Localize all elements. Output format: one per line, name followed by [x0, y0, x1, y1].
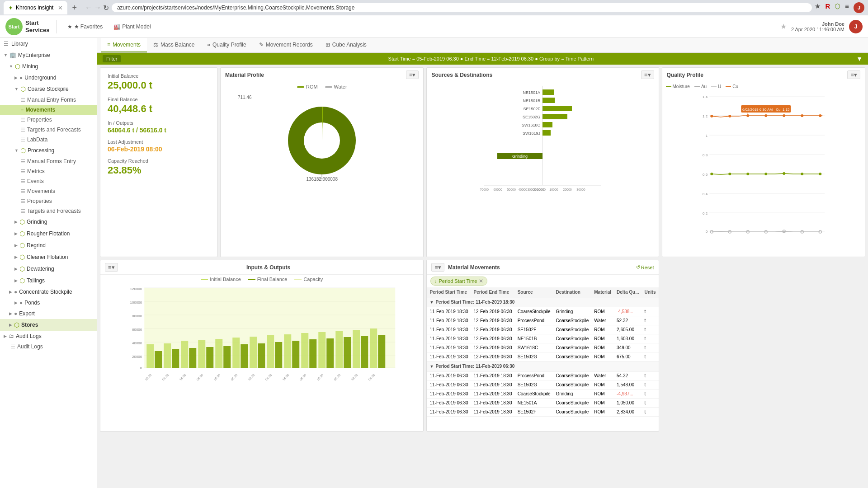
plant-model-nav[interactable]: 🏭 Plant Model — [109, 22, 155, 32]
sidebar-item-labdata[interactable]: ☰ LabData — [0, 135, 97, 145]
reset-button[interactable]: ↺ Reset — [636, 264, 654, 270]
extension-icon2[interactable]: ⬡ — [835, 2, 840, 13]
io-legend: Initial Balance Final Balance Capacity — [100, 275, 423, 284]
extension-icon1[interactable]: R — [825, 2, 830, 13]
io-menu[interactable]: ≡▾ — [105, 263, 118, 272]
svg-text:06-Feb 18:30: 06-Feb 18:30 — [171, 373, 186, 380]
tab-mass-balance[interactable]: ⚖ Mass Balance — [147, 38, 201, 52]
arrow-right3: ▶ — [14, 231, 18, 236]
sidebar-item-export[interactable]: ▶ ● Export — [0, 308, 97, 319]
user-avatar-header[interactable]: J — [849, 20, 863, 33]
table-row[interactable]: 11-Feb-2019 06:3011-Feb-2019 18:30NE1501… — [427, 399, 658, 408]
sidebar-item-properties2[interactable]: ☰ Properties — [0, 196, 97, 206]
table-row[interactable]: 11-Feb-2019 06:3011-Feb-2019 18:30Coarse… — [427, 389, 658, 399]
sidebar-item-stores[interactable]: ▶ ⬡ Stores — [0, 319, 97, 331]
last-adjustment-block: Last Adjustment 06-Feb-2019 08:00 — [108, 139, 210, 153]
svg-rect-92 — [189, 348, 196, 368]
sidebar-item-cleaner-flotation[interactable]: ▶ ⬡ Cleaner Flotation — [0, 251, 97, 263]
sidebar-item-dewatering[interactable]: ▶ ⬡ Dewatering — [0, 263, 97, 275]
sidebar-item-movements[interactable]: ≡ Movements — [0, 105, 97, 115]
table-row[interactable]: 11-Feb-2019 18:3012-Feb-2019 06:30SE1502… — [427, 352, 658, 361]
col-material[interactable]: Material — [591, 287, 614, 297]
table-row[interactable]: 11-Feb-2019 18:3012-Feb-2019 06:30NE1501… — [427, 334, 658, 343]
forward-button[interactable]: → — [94, 4, 101, 12]
sidebar-item-grinding[interactable]: ▶ ⬡ Grinding — [0, 216, 97, 228]
svg-rect-88 — [155, 351, 162, 368]
sidebar-item-concentrate[interactable]: ▶ ● Concentrate Stockpile — [0, 286, 97, 297]
sort-close-icon[interactable]: ✕ — [479, 278, 483, 284]
back-button[interactable]: ← — [85, 4, 92, 12]
sidebar-item-events[interactable]: ☰ Events — [0, 176, 97, 186]
table-row[interactable]: 11-Feb-2019 18:3012-Feb-2019 06:30SE1502… — [427, 325, 658, 334]
sidebar-item-metrics[interactable]: ☰ Metrics — [0, 166, 97, 176]
qp-menu[interactable]: ≡▾ — [847, 70, 860, 79]
filter-label[interactable]: Filter — [103, 55, 121, 62]
col-source[interactable]: Source — [515, 287, 553, 297]
col-period-end[interactable]: Period End Time — [471, 287, 515, 297]
table-row[interactable]: 11-Feb-2019 06:3011-Feb-2019 18:30SE1502… — [427, 408, 658, 417]
table-row[interactable]: 11-Feb-2019 18:3012-Feb-2019 06:30SW1618… — [427, 343, 658, 352]
last-adjustment-value: 06-Feb-2019 08:00 — [108, 145, 210, 153]
table-group-row[interactable]: ▼Period Start Time: 11-Feb-2019 06:30 — [427, 361, 658, 371]
svg-rect-103 — [284, 334, 291, 368]
svg-rect-102 — [275, 342, 282, 368]
sidebar-item-coarse-stockpile[interactable]: ▼ ⬡ Coarse Stockpile — [0, 83, 97, 95]
sidebar-item-mining[interactable]: ▼ ⬡ Mining — [0, 61, 97, 72]
table-group-row[interactable]: ▼Period Start Time: 11-Feb-2019 18:30 — [427, 297, 658, 307]
coarse-stockpile-icon: ⬡ — [20, 85, 26, 93]
bookmark-icon[interactable]: ★ — [815, 2, 821, 13]
sidebar-item-targets-forecasts[interactable]: ☰ Targets and Forecasts — [0, 125, 97, 135]
col-units[interactable]: Units — [642, 287, 659, 297]
table-row[interactable]: 11-Feb-2019 06:3011-Feb-2019 18:30SE1502… — [427, 380, 658, 389]
sidebar-item-audit-logs-group[interactable]: ▶ 🗂 Audit Logs — [0, 331, 97, 342]
table-row[interactable]: 11-Feb-2019 06:3011-Feb-2019 18:30Proces… — [427, 371, 658, 380]
sidebar-item-tailings[interactable]: ▶ ⬡ Tailings — [0, 275, 97, 286]
sidebar-item-regrind[interactable]: ▶ ⬡ Regrind — [0, 239, 97, 251]
user-avatar[interactable]: J — [854, 2, 864, 13]
sidebar-item-library[interactable]: ☰ Library — [0, 38, 97, 50]
movements-tab-icon: ≡ — [107, 42, 110, 48]
sidebar-item-rougher-flotation[interactable]: ▶ ⬡ Rougher Flotation — [0, 228, 97, 239]
sidebar-item-properties[interactable]: ☰ Properties — [0, 115, 97, 125]
address-bar[interactable]: azure.com/projects/startservices#nodes/M… — [112, 3, 812, 12]
sidebar-item-manual-entry-forms[interactable]: ☰ Manual Entry Forms — [0, 95, 97, 105]
sources-menu[interactable]: ≡▾ — [641, 70, 654, 79]
tab-quality-profile[interactable]: ≈ Quality Profile — [201, 38, 252, 52]
sidebar-item-underground[interactable]: ▶ ● Underground — [0, 72, 97, 83]
svg-rect-91 — [181, 341, 188, 368]
mm-menu[interactable]: ≡▾ — [431, 263, 444, 272]
col-delta[interactable]: Delta Qu... — [614, 287, 642, 297]
reload-button[interactable]: ↻ — [103, 4, 109, 12]
tab-close[interactable]: ✕ — [58, 5, 63, 11]
table-row[interactable]: 11-Feb-2019 18:3012-Feb-2019 06:30Coarse… — [427, 307, 658, 316]
sidebar-item-ponds[interactable]: ▶ ● Ponds — [0, 297, 97, 308]
tab-movements[interactable]: ≡ Movements — [101, 38, 147, 52]
extension-icon3[interactable]: ≡ — [845, 2, 849, 13]
svg-text:NE1501A: NE1501A — [523, 90, 541, 95]
col-period-start[interactable]: Period Start Time — [427, 287, 471, 297]
sidebar-item-movements2[interactable]: ☰ Movements — [0, 186, 97, 196]
new-tab-button[interactable]: + — [70, 3, 79, 13]
sidebar-item-myenterprise[interactable]: ▼ 🏢 MyEnterprise — [0, 50, 97, 61]
sidebar-item-audit-logs[interactable]: ☰ Audit Logs — [0, 342, 97, 352]
sort-badge[interactable]: ↓ Period Start Time ✕ — [430, 277, 487, 286]
sidebar-item-processing[interactable]: ▼ ⬡ Processing — [0, 145, 97, 156]
material-profile-menu[interactable]: ≡▾ — [406, 70, 419, 79]
svg-rect-89 — [164, 343, 171, 368]
bookmark-header-icon[interactable]: ★ — [780, 22, 787, 31]
favorites-nav[interactable]: ★ ★ Favorites — [63, 22, 108, 32]
col-destination[interactable]: Destination — [553, 287, 591, 297]
sidebar-item-manual-entry-forms2[interactable]: ☰ Manual Forms Entry — [0, 156, 97, 166]
tab-movement-records[interactable]: ✎ Movement Records — [253, 38, 319, 52]
svg-text:11-Feb 18:30: 11-Feb 18:30 — [343, 373, 358, 380]
sidebar-item-targets2[interactable]: ☰ Targets and Forecasts — [0, 206, 97, 216]
svg-point-54 — [819, 114, 821, 117]
tab-cube-analysis[interactable]: ⊞ Cube Analysis — [319, 38, 373, 52]
svg-text:06-Feb 06:30: 06-Feb 06:30 — [154, 373, 169, 380]
col-resize-1[interactable] — [470, 287, 471, 297]
filter-expand-icon[interactable]: ▼ — [856, 55, 863, 62]
table-row[interactable]: 11-Feb-2019 18:3012-Feb-2019 06:30Proces… — [427, 316, 658, 325]
browser-tab[interactable]: ✦ Khronos Insight ✕ — [4, 1, 67, 14]
io-header: ≡▾ Inputs & Outputs — [100, 260, 423, 275]
svg-rect-100 — [258, 343, 265, 368]
